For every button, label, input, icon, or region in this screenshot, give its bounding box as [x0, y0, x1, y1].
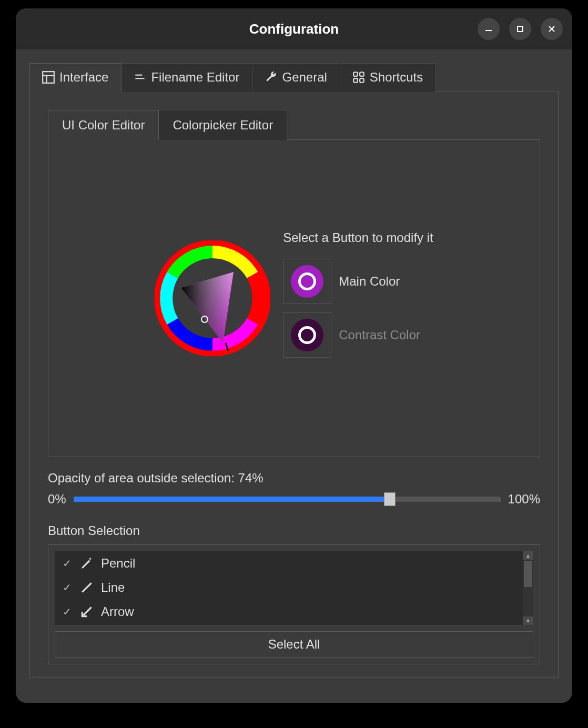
opacity-label: Opacity of area outside selection: 74%: [48, 471, 540, 486]
select-all-label: Select All: [268, 637, 320, 652]
sub-tabs: UI Color Editor Colorpicker Editor: [48, 110, 540, 140]
tab-general[interactable]: General: [252, 63, 340, 92]
configuration-window: Configuration Interface: [16, 8, 572, 703]
tab-interface[interactable]: Interface: [29, 63, 121, 92]
tab-shortcuts-label: Shortcuts: [370, 70, 423, 85]
tab-general-label: General: [282, 70, 327, 85]
contrast-color-button[interactable]: [283, 312, 331, 358]
filename-icon: [133, 70, 147, 84]
interface-panel: UI Color Editor Colorpicker Editor: [29, 92, 559, 678]
button-selection-box: ✓ Pencil ✓ Line: [48, 544, 540, 664]
main-color-row: Main Color: [283, 259, 433, 304]
scroll-thumb[interactable]: [524, 561, 532, 587]
tab-filename-editor[interactable]: Filename Editor: [121, 63, 252, 92]
subtab-ui-color-editor[interactable]: UI Color Editor: [48, 110, 159, 140]
svg-rect-11: [353, 78, 358, 83]
ui-color-editor-panel: Select a Button to modify it Main Color: [48, 139, 540, 457]
wrench-icon: [264, 70, 278, 84]
svg-rect-4: [43, 72, 54, 83]
main-color-swatch: [291, 265, 323, 298]
maximize-button[interactable]: [509, 18, 531, 40]
main-color-button[interactable]: [283, 259, 331, 304]
main-color-label: Main Color: [339, 274, 400, 289]
checkmark-icon[interactable]: ✓: [61, 581, 73, 594]
list-item-label: Arrow: [101, 604, 134, 619]
list-item-label: Line: [101, 580, 125, 595]
interface-icon: [42, 70, 55, 84]
opacity-max-label: 100%: [508, 492, 540, 507]
window-title: Configuration: [249, 21, 339, 37]
list-item-label: Pencil: [101, 556, 135, 571]
ring-icon: [298, 272, 316, 290]
tab-interface-label: Interface: [59, 70, 108, 85]
maximize-icon: [515, 24, 525, 34]
checkmark-icon[interactable]: ✓: [61, 557, 73, 570]
opacity-slider[interactable]: [74, 497, 501, 502]
opacity-slider-row: 0% 100%: [48, 492, 540, 507]
color-wheel[interactable]: [155, 240, 270, 356]
close-icon: [547, 24, 556, 34]
list-item[interactable]: ✓ Arrow: [55, 600, 533, 624]
top-tabs: Interface Filename Editor General Shortc…: [29, 63, 559, 92]
color-wheel-svg: [155, 240, 270, 356]
minimize-button[interactable]: [478, 18, 500, 40]
svg-rect-1: [518, 26, 523, 32]
svg-rect-10: [360, 72, 364, 76]
scroll-up-button[interactable]: ▲: [523, 551, 533, 560]
titlebar: Configuration: [16, 8, 572, 49]
line-icon: [79, 580, 95, 595]
subtab-colorpicker-label: Colorpicker Editor: [173, 118, 273, 132]
tab-shortcuts[interactable]: Shortcuts: [340, 63, 436, 92]
opacity-slider-fill: [74, 497, 390, 502]
contrast-color-label: Contrast Color: [339, 328, 420, 342]
opacity-slider-thumb[interactable]: [384, 492, 396, 506]
color-buttons-column: Select a Button to modify it Main Color: [283, 230, 433, 366]
list-item[interactable]: ✓ Pencil: [55, 551, 533, 575]
scrollbar[interactable]: ▲ ▼: [523, 551, 533, 625]
contrast-color-row: Contrast Color: [283, 312, 433, 358]
select-button-instruction: Select a Button to modify it: [283, 230, 433, 245]
svg-line-20: [84, 607, 92, 615]
tab-filename-label: Filename Editor: [151, 70, 239, 85]
arrow-icon: [79, 604, 95, 620]
minimize-icon: [484, 24, 493, 34]
subtab-colorpicker-editor[interactable]: Colorpicker Editor: [158, 110, 287, 140]
pencil-icon: [79, 555, 95, 571]
close-button[interactable]: [541, 18, 563, 40]
content: Interface Filename Editor General Shortc…: [16, 49, 572, 703]
button-selection-list-wrap: ✓ Pencil ✓ Line: [55, 551, 533, 625]
button-selection-list[interactable]: ✓ Pencil ✓ Line: [55, 551, 533, 625]
window-controls: [478, 18, 563, 40]
subtab-ui-color-label: UI Color Editor: [62, 118, 145, 132]
svg-rect-12: [360, 78, 364, 83]
button-selection-heading: Button Selection: [48, 523, 540, 538]
scroll-down-button[interactable]: ▼: [523, 616, 533, 625]
opacity-min-label: 0%: [48, 492, 66, 507]
svg-rect-9: [353, 72, 358, 76]
ring-icon: [298, 326, 316, 344]
contrast-color-swatch: [291, 319, 323, 351]
select-all-button[interactable]: Select All: [55, 631, 533, 658]
checkmark-icon[interactable]: ✓: [61, 605, 73, 618]
svg-line-19: [82, 583, 91, 592]
grid-icon: [352, 70, 366, 84]
list-item[interactable]: ✓ Line: [55, 575, 533, 600]
